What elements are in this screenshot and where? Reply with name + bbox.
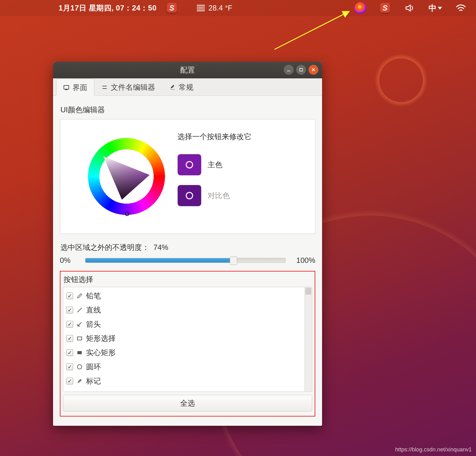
tool-label: 标记: [86, 376, 101, 386]
svg-line-11: [77, 308, 82, 312]
window-maximize-button[interactable]: [296, 65, 306, 75]
tool-item-marker[interactable]: ✓标记: [66, 375, 301, 387]
tool-item-circle[interactable]: ✓圆环: [66, 361, 301, 373]
config-window: 配置 界面 文件名编辑器 常规 UI颜色编辑器: [53, 62, 322, 426]
contrast-color-swatch[interactable]: [177, 185, 201, 206]
circle-icon: [76, 363, 83, 370]
svg-point-15: [77, 365, 82, 369]
svg-rect-14: [77, 351, 82, 354]
svg-marker-10: [103, 156, 150, 200]
tab-interface-label: 界面: [72, 83, 87, 93]
svg-rect-5: [64, 85, 69, 89]
weather-indicator[interactable]: 28.4 °F: [196, 4, 233, 12]
tool-checkbox[interactable]: ✓: [66, 292, 73, 299]
tool-label: 铅笔: [86, 291, 101, 301]
color-wheel[interactable]: [88, 138, 165, 215]
sv-triangle[interactable]: [100, 153, 153, 200]
ui-color-editor-label: UI颜色编辑器: [60, 105, 315, 115]
window-minimize-button[interactable]: [284, 65, 294, 75]
button-selection-section: 按钮选择 ✓铅笔✓直线✓箭头✓矩形选择✓实心矩形✓圆环✓标记 全选: [60, 271, 315, 417]
select-all-button[interactable]: 全选: [63, 395, 312, 412]
window-close-button[interactable]: [308, 65, 318, 75]
tool-checkbox[interactable]: ✓: [66, 321, 73, 328]
system-tray: S 中: [354, 2, 470, 14]
interface-tab-icon: [63, 85, 69, 91]
rect-icon: [76, 335, 83, 342]
tool-checkbox[interactable]: ✓: [66, 363, 73, 370]
tool-label: 矩形选择: [86, 334, 116, 343]
tool-label: 实心矩形: [86, 348, 116, 358]
tool-label: 圆环: [86, 362, 101, 372]
tool-item-arrow[interactable]: ✓箭头: [66, 318, 301, 330]
color-prompt-label: 选择一个按钮来修改它: [177, 132, 251, 142]
scrollbar-thumb[interactable]: [305, 288, 311, 295]
watermark-label: https://blog.csdn.net/xinquanv1: [395, 446, 472, 453]
svg-rect-2: [300, 68, 303, 71]
temperature-label: 28.4 °F: [209, 4, 233, 12]
tool-item-line[interactable]: ✓直线: [66, 304, 301, 316]
chevron-down-icon: [438, 7, 442, 10]
marker-icon: [76, 378, 83, 384]
opacity-min-label: 0%: [60, 256, 80, 265]
tool-list-scrollbar[interactable]: [304, 287, 312, 392]
tool-item-rect[interactable]: ✓矩形选择: [66, 332, 301, 345]
tab-filename-editor[interactable]: 文件名编辑器: [94, 78, 162, 95]
hue-handle[interactable]: [125, 212, 129, 216]
button-selection-label: 按钮选择: [64, 275, 312, 284]
rect-solid-icon: [76, 349, 83, 356]
tool-list: ✓铅笔✓直线✓箭头✓矩形选择✓实心矩形✓圆环✓标记: [63, 287, 312, 392]
flameshot-tray-icon[interactable]: [354, 2, 366, 14]
opacity-label: 选中区域之外的不透明度：: [60, 243, 149, 251]
top-panel: 1月17日 星期四, 07：24：50 S 28.4 °F S 中: [0, 0, 476, 16]
tab-filename-label: 文件名编辑器: [111, 82, 155, 92]
svg-rect-13: [77, 337, 82, 340]
sogou-indicator-icon[interactable]: S: [166, 2, 178, 14]
opacity-value: 74%: [153, 243, 168, 251]
tab-bar: 界面 文件名编辑器 常规: [53, 78, 322, 96]
filename-tab-icon: [101, 84, 108, 90]
svg-line-12: [78, 322, 81, 326]
wifi-icon[interactable]: [455, 2, 467, 14]
contrast-color-label: 对比色: [208, 191, 230, 201]
opacity-max-label: 100%: [291, 256, 315, 265]
arrow-icon: [76, 321, 83, 328]
ime-indicator[interactable]: 中: [428, 3, 442, 14]
window-titlebar[interactable]: 配置: [53, 62, 322, 78]
tool-label: 箭头: [86, 319, 101, 329]
tool-checkbox[interactable]: ✓: [66, 335, 73, 342]
line-icon: [76, 307, 83, 313]
primary-color-swatch[interactable]: [177, 154, 201, 176]
window-title: 配置: [180, 65, 195, 75]
tool-item-rect-solid[interactable]: ✓实心矩形: [66, 346, 301, 359]
tool-checkbox[interactable]: ✓: [66, 349, 73, 356]
tool-label: 直线: [86, 305, 101, 315]
tab-interface[interactable]: 界面: [56, 79, 94, 96]
tab-general[interactable]: 常规: [162, 78, 201, 95]
ime-label-text: 中: [428, 3, 437, 14]
primary-color-label: 主色: [208, 160, 222, 170]
color-editor-panel: 选择一个按钮来修改它 主色 对比色: [60, 119, 315, 234]
tool-item-pencil[interactable]: ✓铅笔: [66, 290, 301, 302]
opacity-section: 选中区域之外的不透明度： 74% 0% 100%: [60, 243, 315, 265]
sound-icon[interactable]: [404, 2, 416, 14]
general-tab-icon: [169, 84, 176, 90]
svg-line-0: [275, 12, 349, 49]
tab-general-label: 常规: [179, 82, 193, 92]
sogou-tray-icon[interactable]: S: [379, 2, 391, 14]
clock-label: 1月17日 星期四, 07：24：50: [59, 3, 157, 13]
fog-icon: [196, 4, 205, 12]
pencil-icon: [76, 292, 83, 299]
tool-checkbox[interactable]: ✓: [66, 307, 73, 313]
opacity-slider-thumb[interactable]: [230, 256, 237, 265]
opacity-slider[interactable]: [85, 258, 286, 263]
tab-pane-interface: UI颜色编辑器: [53, 96, 322, 426]
tool-checkbox[interactable]: ✓: [66, 378, 73, 384]
